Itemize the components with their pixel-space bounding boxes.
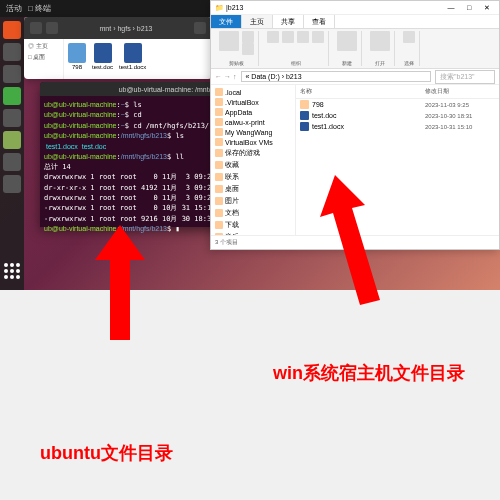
address-bar[interactable]: « Data (D:) › b213 — [241, 71, 432, 82]
explorer-titlebar: 📁 | b213 — □ ✕ — [211, 1, 499, 15]
file-row[interactable]: test1.docx2023-10-31 15:10 — [296, 121, 499, 132]
maximize-button[interactable]: □ — [461, 4, 477, 12]
status-bar: 3 个项目 — [211, 235, 499, 249]
tree-item[interactable]: .VirtualBox — [213, 97, 293, 107]
forward-icon[interactable]: → — [224, 73, 231, 80]
path-bar[interactable]: mnt › hgfs › b213 — [62, 25, 190, 32]
file-list[interactable]: 名称修改日期 7982023-11-03 9:25test.doc2023-10… — [296, 85, 499, 235]
terminal-icon[interactable] — [3, 43, 21, 61]
back-button[interactable] — [30, 22, 42, 34]
app-icon[interactable] — [3, 131, 21, 149]
file-row[interactable]: 7982023-11-03 9:25 — [296, 99, 499, 110]
show-apps-icon[interactable] — [3, 262, 21, 280]
sidebar-item[interactable]: □ 桌面 — [26, 52, 61, 63]
tree-item[interactable]: 音乐 — [213, 231, 293, 235]
tree-item[interactable]: 下载 — [213, 219, 293, 231]
annotation-label: ubuntu文件目录 — [40, 441, 173, 465]
copy-icon[interactable] — [242, 31, 254, 43]
app-icon[interactable] — [3, 109, 21, 127]
app-icon[interactable] — [3, 153, 21, 171]
sidebar-item[interactable]: ◎ 主页 — [26, 41, 61, 52]
rename-icon[interactable] — [312, 31, 324, 43]
folder-item[interactable]: 798 — [68, 43, 86, 75]
nautilus-sidebar: ◎ 主页 □ 桌面 — [24, 39, 64, 79]
nav-tree[interactable]: .local.VirtualBoxAppDatacaiwu-x-printMy … — [211, 85, 296, 235]
app-icon[interactable] — [3, 175, 21, 193]
ribbon: 剪贴板 组织 新建 打开 选择 — [211, 29, 499, 69]
file-grid[interactable]: 798 test.doc test1.docx — [64, 39, 212, 79]
tree-item[interactable]: 收藏 — [213, 159, 293, 171]
minimize-button[interactable]: — — [443, 4, 459, 12]
tab-file[interactable]: 文件 — [211, 15, 242, 28]
ribbon-tabs: 文件 主页 共享 查看 — [211, 15, 499, 29]
up-icon[interactable]: ↑ — [233, 73, 237, 80]
tab-home[interactable]: 主页 — [242, 15, 273, 28]
app-icon[interactable] — [3, 87, 21, 105]
tree-item[interactable]: 文档 — [213, 207, 293, 219]
search-input[interactable]: 搜索"b213" — [435, 70, 495, 84]
windows-explorer[interactable]: 📁 | b213 — □ ✕ 文件 主页 共享 查看 剪贴板 组织 新建 打开 … — [210, 0, 500, 250]
tree-item[interactable]: My WangWang — [213, 127, 293, 137]
delete-icon[interactable] — [297, 31, 309, 43]
annotation-label: win系统宿主机文件目录 — [273, 361, 465, 385]
ubuntu-dock — [0, 17, 24, 290]
file-item[interactable]: test.doc — [92, 43, 113, 75]
properties-icon[interactable] — [370, 31, 390, 51]
tree-item[interactable]: 联系 — [213, 171, 293, 183]
app-indicator[interactable]: □ 终端 — [28, 3, 51, 14]
files-icon[interactable] — [3, 21, 21, 39]
ubuntu-desktop: 活动 □ 终端 mnt › hgfs › b213 ◎ 主页 □ 桌面 798 … — [0, 0, 500, 290]
tree-item[interactable]: AppData — [213, 107, 293, 117]
copy-to-icon[interactable] — [282, 31, 294, 43]
file-item[interactable]: test1.docx — [119, 43, 146, 75]
select-all-icon[interactable] — [403, 31, 415, 43]
paste-icon[interactable] — [242, 43, 254, 55]
menu-icon[interactable] — [194, 22, 206, 34]
move-icon[interactable] — [267, 31, 279, 43]
tree-item[interactable]: 保存的游戏 — [213, 147, 293, 159]
tree-item[interactable]: 桌面 — [213, 183, 293, 195]
nautilus-header: mnt › hgfs › b213 — [24, 17, 212, 39]
new-folder-icon[interactable] — [337, 31, 357, 51]
file-row[interactable]: test.doc2023-10-30 18:31 — [296, 110, 499, 121]
address-bar-row: ←→↑ « Data (D:) › b213 搜索"b213" — [211, 69, 499, 85]
forward-button[interactable] — [46, 22, 58, 34]
tab-view[interactable]: 查看 — [304, 15, 335, 28]
app-icon[interactable] — [3, 65, 21, 83]
nautilus-window[interactable]: mnt › hgfs › b213 ◎ 主页 □ 桌面 798 test.doc… — [24, 17, 212, 79]
back-icon[interactable]: ← — [215, 73, 222, 80]
column-headers[interactable]: 名称修改日期 — [296, 85, 499, 99]
tab-share[interactable]: 共享 — [273, 15, 304, 28]
pin-icon[interactable] — [219, 31, 239, 51]
tree-item[interactable]: .local — [213, 87, 293, 97]
close-button[interactable]: ✕ — [479, 4, 495, 12]
tree-item[interactable]: caiwu-x-print — [213, 117, 293, 127]
tree-item[interactable]: 图片 — [213, 195, 293, 207]
activities[interactable]: 活动 — [6, 3, 22, 14]
tree-item[interactable]: VirtualBox VMs — [213, 137, 293, 147]
